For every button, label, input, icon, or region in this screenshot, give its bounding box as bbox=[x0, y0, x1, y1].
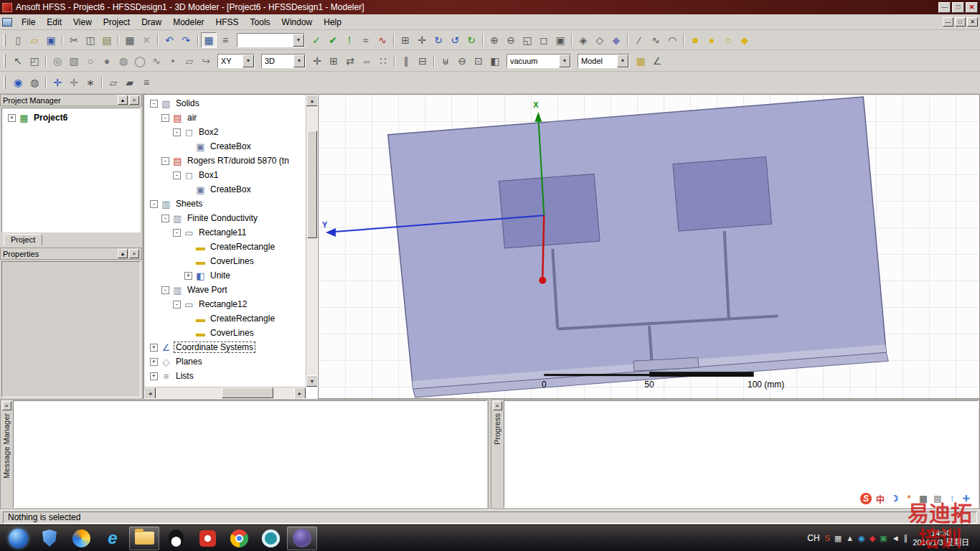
tree-item[interactable]: +◇Planes bbox=[146, 354, 304, 369]
scale-icon[interactable]: ∷ bbox=[375, 53, 391, 69]
horizontal-scrollbar[interactable]: ◄ ► bbox=[144, 387, 306, 398]
properties-title-bar[interactable]: Properties ▲ × bbox=[0, 248, 142, 260]
sogou-tray-icon[interactable]: S bbox=[825, 534, 830, 542]
sogou-logo-icon[interactable]: S bbox=[860, 493, 872, 504]
scroll-down-icon[interactable]: ▼ bbox=[306, 375, 318, 387]
toolbar-grip[interactable] bbox=[4, 76, 6, 89]
tree-item-label[interactable]: Rectangle11 bbox=[197, 227, 248, 237]
vertical-scrollbar[interactable]: ▲ ▼ bbox=[306, 95, 317, 387]
vertical-scroll-thumb[interactable] bbox=[307, 131, 317, 238]
zoom-in-icon[interactable]: ⊕ bbox=[486, 32, 502, 48]
tree-item-label[interactable]: CreateBox bbox=[209, 141, 253, 151]
mdi-minimize-button[interactable]: — bbox=[943, 17, 953, 27]
project-tree[interactable]: +▦Project6 bbox=[1, 108, 141, 232]
zoom-out-icon[interactable]: ⊖ bbox=[503, 32, 519, 48]
wireframe-icon[interactable]: ◇ bbox=[592, 32, 608, 48]
tree-item[interactable]: ▣CreateBox bbox=[146, 182, 304, 197]
tree-item-label[interactable]: Box1 bbox=[197, 170, 220, 180]
tree-item-label[interactable]: CoverLines bbox=[209, 256, 255, 266]
tab-project[interactable]: Project bbox=[4, 234, 42, 245]
measure-icon[interactable]: ∠ bbox=[649, 53, 665, 69]
paste-icon[interactable]: ▤ bbox=[99, 32, 115, 48]
solution-setup-icon[interactable]: ⊞ bbox=[397, 32, 413, 48]
tree-item[interactable]: ▣CreateBox bbox=[146, 139, 304, 154]
tree-item[interactable]: ▬CreateRectangle bbox=[146, 240, 304, 254]
save-icon[interactable]: ▣ bbox=[43, 32, 59, 48]
toolbar-grip[interactable] bbox=[4, 34, 6, 47]
viewport-3d[interactable]: X Y 0 50 100 (mm) bbox=[318, 94, 980, 399]
messenger-tray-icon[interactable]: ▣ bbox=[880, 534, 887, 543]
draw-spline-icon[interactable]: ∿ bbox=[648, 32, 664, 48]
tree-item-label[interactable]: CreateBox bbox=[209, 184, 253, 194]
shaded-icon[interactable]: ◆ bbox=[608, 32, 624, 48]
optimetrics-icon[interactable]: ≈ bbox=[358, 32, 374, 48]
chevron-down-icon[interactable]: ▼ bbox=[559, 55, 570, 67]
ime-moon-icon[interactable]: ☽ bbox=[889, 493, 900, 504]
tree-expander[interactable]: + bbox=[150, 372, 158, 380]
tree-expander[interactable]: - bbox=[173, 171, 181, 179]
tree-item[interactable]: -▭Rectangle11 bbox=[146, 225, 304, 240]
menu-item[interactable]: File bbox=[16, 15, 41, 29]
plane-view-icon[interactable]: ▰ bbox=[122, 75, 138, 90]
tree-item[interactable]: -◻Box1 bbox=[146, 168, 304, 182]
tree-item[interactable]: ▬CoverLines bbox=[146, 254, 304, 268]
rotate-center-icon[interactable]: ↺ bbox=[447, 32, 463, 48]
model-combo[interactable]: Model ▼ bbox=[578, 54, 629, 68]
close-icon[interactable]: × bbox=[2, 401, 11, 410]
tree-item[interactable]: -▥Finite Conductivity bbox=[146, 211, 304, 225]
view-mode-combo[interactable]: 3D ▼ bbox=[261, 54, 306, 68]
menu-item[interactable]: Project bbox=[98, 15, 136, 29]
ime-chinese-icon[interactable]: 中 bbox=[875, 493, 886, 504]
move-icon[interactable]: ✛ bbox=[309, 53, 325, 69]
draw-circle-icon[interactable]: ○ bbox=[720, 32, 736, 48]
model-tree-panel[interactable]: -▧Solids -▤air -◻Box2 ▣CreateBox -▤Roger… bbox=[143, 94, 318, 399]
tree-expander[interactable]: - bbox=[161, 114, 169, 122]
intersect-icon[interactable]: ⊡ bbox=[471, 53, 486, 69]
network-icon[interactable]: ∥ bbox=[904, 534, 908, 543]
qq-icon[interactable] bbox=[161, 527, 191, 550]
tree-item-label[interactable]: Rogers RT/duroid 5870 (tn bbox=[186, 156, 291, 166]
print-icon[interactable]: ▦ bbox=[122, 32, 138, 48]
tree-item-label[interactable]: Sheets bbox=[174, 199, 204, 209]
align-icon[interactable]: ∥ bbox=[398, 53, 414, 69]
tree-expander[interactable]: + bbox=[150, 344, 158, 352]
chevron-down-icon[interactable]: ▼ bbox=[293, 55, 305, 67]
ime-board-icon[interactable]: ▤ bbox=[932, 493, 943, 504]
tree-item-label[interactable]: Project6 bbox=[32, 113, 69, 123]
tree-expander[interactable]: - bbox=[173, 229, 181, 237]
restore-button[interactable]: □ bbox=[952, 2, 964, 13]
tree-item-label[interactable]: CreateRectangle bbox=[209, 314, 276, 324]
tree-expander[interactable]: + bbox=[150, 358, 158, 366]
ime-up-icon[interactable]: ↑ bbox=[946, 493, 958, 504]
start-button[interactable] bbox=[3, 527, 33, 550]
tree-item-label[interactable]: Coordinate Systems bbox=[174, 342, 255, 352]
menu-item[interactable]: Edit bbox=[41, 15, 67, 29]
message-manager-content[interactable] bbox=[13, 400, 487, 508]
menu-item[interactable]: Modeler bbox=[167, 15, 209, 29]
sweep-icon[interactable]: ↪ bbox=[198, 53, 214, 69]
tree-item-label[interactable]: air bbox=[186, 113, 198, 123]
material-combo[interactable]: vacuum ▼ bbox=[507, 54, 571, 68]
red-app-icon[interactable] bbox=[192, 527, 222, 550]
chrome-icon[interactable] bbox=[224, 527, 254, 550]
ime-wrench-icon[interactable]: ✛ bbox=[961, 493, 972, 504]
fit-selection-icon[interactable]: ▣ bbox=[552, 32, 568, 48]
copy-objects-icon[interactable]: ⊞ bbox=[326, 53, 341, 69]
draw-helix-icon[interactable]: ∿ bbox=[149, 53, 164, 69]
draw-polygon-icon[interactable]: ◆ bbox=[737, 32, 753, 48]
close-icon[interactable]: × bbox=[129, 249, 139, 258]
validate-design-icon[interactable]: ✔ bbox=[325, 32, 341, 48]
draw-rect-icon[interactable]: ■ bbox=[687, 32, 703, 48]
tree-expander[interactable]: - bbox=[150, 100, 158, 108]
tree-item-label[interactable]: Wave Port bbox=[186, 285, 229, 295]
tree-item-label[interactable]: Rectangle12 bbox=[197, 299, 248, 309]
select-arrow-icon[interactable]: ↖ bbox=[10, 53, 26, 69]
plane-cut-icon[interactable]: ▱ bbox=[105, 75, 121, 90]
menu-item[interactable]: Tools bbox=[245, 15, 276, 29]
menu-item[interactable]: Draw bbox=[136, 15, 167, 29]
pin-icon[interactable]: ▲ bbox=[118, 249, 128, 258]
substrate-top-face[interactable] bbox=[388, 97, 886, 389]
chevron-down-icon[interactable]: ▼ bbox=[293, 34, 304, 47]
project-manager-title-bar[interactable]: Project Manager ▲ × bbox=[0, 94, 142, 106]
face-cs-icon[interactable]: ✛ bbox=[66, 75, 82, 90]
